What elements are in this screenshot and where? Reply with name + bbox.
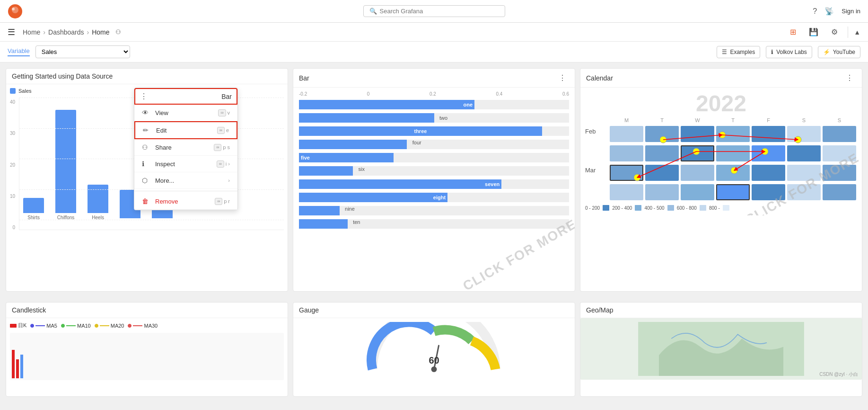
legend-label: Sales (18, 88, 32, 94)
share-icon[interactable]: ⚇ (115, 28, 121, 36)
y-axis-0: 0 (13, 225, 16, 230)
breadcrumb-sep1: › (43, 28, 45, 36)
add-panel-button[interactable]: ⊞ (785, 25, 800, 40)
cal-mar-label: Mar (585, 164, 609, 182)
legend-ma20-line (100, 325, 109, 326)
legend-ma10-label: MA10 (77, 323, 91, 329)
cal-mar-9 (645, 184, 679, 200)
signin-button[interactable]: Sign in (842, 8, 860, 15)
x-axis-0: 0 (367, 91, 370, 97)
sales-select[interactable]: Sales (35, 45, 130, 58)
cal-feb-11 (716, 145, 750, 161)
cal-feb-6 (787, 126, 821, 142)
cal-mar-12 (752, 184, 785, 200)
candlestick-chart-area (10, 333, 284, 380)
search-icon: 🔍 (369, 8, 377, 15)
cal-feb-8 (610, 145, 643, 161)
svg-text:60: 60 (429, 355, 439, 365)
legend-0-200: 0 - 200 (585, 205, 600, 211)
breadcrumb-home[interactable]: Home (23, 28, 40, 36)
credit-text: CSDN @zyl · 小白 (819, 371, 858, 378)
legend-rik-color (10, 324, 17, 328)
hbar-panel-title: Bar (299, 74, 556, 82)
cal-mar-11 (716, 184, 750, 200)
svg-point-2 (12, 8, 15, 10)
youtube-button[interactable]: ⚡ YouTube (818, 46, 860, 58)
collapse-button[interactable]: ▲ (854, 28, 860, 36)
three-dots-icon[interactable]: ⋮ (140, 92, 148, 101)
breadcrumb-bar: ☰ Home › Dashboards › Home ⚇ ⊞ 💾 ⚙ ▲ (0, 23, 868, 42)
gauge-body: 60 (293, 318, 575, 384)
cal-feb-4 (716, 126, 750, 142)
menu-item-share[interactable]: ⚇ Share ⌨ p s (134, 139, 237, 156)
calendar-panel-menu-button[interactable]: ⋮ (843, 72, 856, 83)
cal-day-M: M (609, 117, 644, 123)
x-axis-04: 0.4 (496, 91, 503, 97)
variable-label[interactable]: Variable (8, 47, 30, 56)
bar-panel-header: Getting Started using Data Source (6, 69, 288, 84)
candlestick-header: Candlestick (6, 303, 288, 318)
hbar-three: three (299, 126, 569, 136)
cal-day-W: W (680, 117, 715, 123)
gauge-header: Gauge (293, 303, 575, 318)
cal-feb-label2 (585, 144, 609, 162)
legend-ma10-line (66, 325, 76, 326)
y-axis-30: 30 (10, 131, 15, 136)
toolbar-divider (848, 27, 848, 38)
legend-ma20-dot (95, 324, 98, 328)
legend-ma10: MA10 (61, 323, 91, 329)
legend-400-600: 400 - 500 (644, 205, 664, 211)
legend-rik: 日K (10, 322, 26, 329)
legend-ma30-line (133, 325, 142, 326)
geomap-svg (584, 322, 858, 376)
hbar-two: two (299, 113, 569, 123)
legend-color-600-800 (700, 205, 706, 211)
y-axis-20: 20 (10, 162, 15, 168)
menu-item-edit[interactable]: ✏ Edit ⌨ e (134, 121, 237, 139)
legend-color-800plus (723, 205, 729, 211)
cal-mar-8 (610, 184, 643, 200)
legend-ma30-label: MA30 (144, 323, 158, 329)
legend-ma20-label: MA20 (111, 323, 124, 329)
hamburger-menu[interactable]: ☰ (8, 27, 15, 37)
cal-mar-2 (645, 165, 679, 181)
hbar-panel-menu-button[interactable]: ⋮ (556, 72, 569, 83)
menu-item-more[interactable]: ⬡ More... › (134, 172, 237, 189)
cal-feb-14 (823, 145, 856, 161)
candle-3 (20, 355, 23, 378)
hbar-one: one (299, 99, 569, 110)
menu-item-view[interactable]: 👁 View ⌨ v (134, 105, 237, 121)
search-input[interactable] (380, 8, 499, 15)
legend-ma30-dot (128, 324, 132, 328)
geomap-header: Geo/Map (580, 303, 862, 318)
cal-feb-13 (787, 145, 821, 161)
breadcrumb-dashboards[interactable]: Dashboards (48, 28, 84, 36)
legend-ma5-label: MA5 (46, 323, 57, 329)
search-bar[interactable]: 🔍 (363, 5, 505, 17)
examples-button[interactable]: ☰ Examples (717, 46, 760, 58)
calendar-panel: Calendar ⋮ 2022 M T W T F S S Feb (580, 68, 862, 292)
app-logo[interactable] (8, 4, 23, 19)
menu-item-inspect[interactable]: ℹ Inspect ⌨ i › (134, 156, 237, 172)
save-button[interactable]: 💾 (806, 25, 821, 40)
rss-icon[interactable]: 📡 (824, 7, 834, 16)
settings-button[interactable]: ⚙ (827, 25, 842, 40)
volkov-button[interactable]: ℹ Volkov Labs (766, 46, 812, 58)
menu-item-remove[interactable]: 🗑 Remove ⌨ p r (134, 193, 237, 210)
calendar-year: 2022 (585, 90, 857, 116)
help-icon[interactable]: ? (813, 7, 817, 16)
hbar-panel-header: Bar ⋮ (293, 69, 575, 88)
cal-mar-3 (681, 165, 714, 181)
edit-icon: ✏ (143, 126, 151, 134)
cal-mar-row1: Mar (585, 164, 857, 182)
candlestick-panel: Candlestick 日K MA5 (6, 302, 288, 397)
cal-day-F: F (751, 117, 786, 123)
hbar-seven: seven (299, 179, 569, 189)
hbar-panel: Bar ⋮ -0.2 0 0.2 0.4 0.6 one (293, 68, 575, 292)
main-content: Getting Started using Data Source Sales … (0, 62, 868, 302)
cal-day-T1: T (644, 117, 680, 123)
cal-feb-2 (645, 126, 679, 142)
legend-color-400-600 (667, 205, 674, 211)
geomap-body: CSDN @zyl · 小白 (580, 318, 862, 380)
y-axis-10: 10 (10, 194, 15, 199)
